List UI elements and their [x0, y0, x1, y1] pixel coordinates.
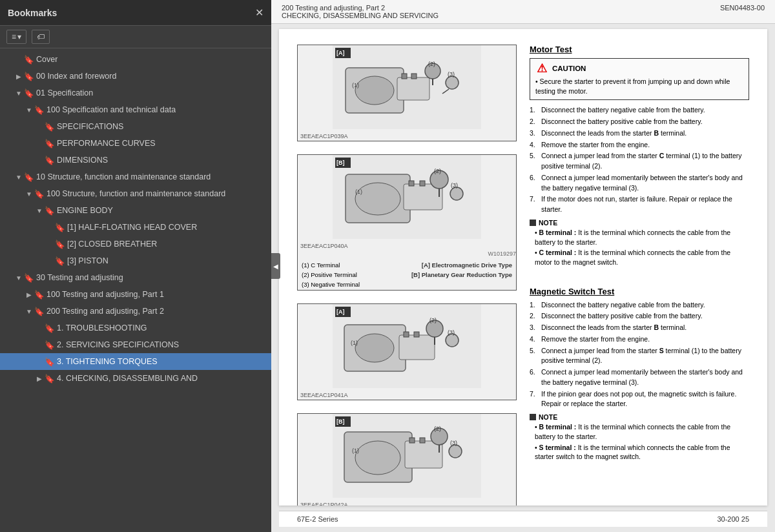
header-title-line2: CHECKING, DISASSEMBLING AND SERVICING: [282, 12, 439, 19]
list-item: 3.Disconnect the leads from the starter …: [530, 128, 749, 139]
bookmark-icon: 🔖: [25, 72, 34, 81]
sidebar-item-label: 100 Specification and technical data: [46, 105, 176, 114]
svg-text:(1): (1): [352, 447, 359, 454]
header-title-line1: 200 Testing and adjusting, Part 2: [282, 4, 439, 12]
text-column: Motor Test ⚠ CAUTION • Secure the starte…: [530, 45, 749, 506]
svg-text:(1): (1): [355, 189, 362, 195]
svg-point-7: [446, 76, 459, 89]
svg-text:(3): (3): [450, 440, 457, 446]
sidebar-item-30-testing[interactable]: ▼ 🔖 30 Testing and adjusting: [0, 269, 271, 286]
expand-icon: ▼: [25, 190, 34, 198]
sidebar-item-label: 200 Testing and adjusting, Part 2: [46, 307, 164, 316]
svg-point-33: [355, 334, 394, 362]
sidebar-item-00-index[interactable]: ▶ 🔖 00 Index and foreword: [0, 68, 271, 85]
expand-icon: ▼: [25, 107, 34, 114]
list-item: 1.Disconnect the battery negative cable …: [530, 105, 749, 116]
sidebar-item-performance[interactable]: 🔖 PERFORMANCE CURVES: [0, 135, 271, 152]
tag-button[interactable]: 🏷: [32, 30, 50, 44]
motor-test-steps: 1.Disconnect the battery negative cable …: [530, 105, 749, 215]
sidebar-item-half-floating[interactable]: 🔖 [1] HALF-FLOATING HEAD COVER: [0, 219, 271, 236]
list-item: 3.Disconnect the leads from the starter …: [530, 323, 749, 333]
sidebar-item-cover[interactable]: 🔖 Cover: [0, 51, 271, 68]
magnetic-test-steps: 1.Disconnect the battery negative cable …: [530, 300, 749, 410]
bookmark-icon: 🔖: [45, 323, 54, 333]
view-options-button[interactable]: ≡ ▾: [6, 30, 26, 44]
motor-test-title: Motor Test: [530, 45, 749, 54]
caution-text: • Secure the starter to prevent it from …: [535, 77, 743, 96]
sidebar-item-100-structure[interactable]: ▼ 🔖 100 Structure, function and maintena…: [0, 185, 271, 202]
caption-label: (3) Negative Terminal: [299, 280, 379, 289]
note-header: NOTE: [530, 413, 749, 421]
sidebar-item-tightening-torques[interactable]: 🔖 3. TIGHTENING TORQUES: [0, 353, 271, 370]
svg-text:(3): (3): [451, 182, 458, 189]
list-item: 4.Remove the starter from the engine.: [530, 334, 749, 345]
bookmark-icon: 🔖: [45, 206, 54, 216]
expand-icon: ▼: [25, 308, 34, 315]
bookmark-icon: 🔖: [45, 357, 54, 367]
expand-icon: ▶: [35, 375, 44, 382]
caption-label: (2) Positive Terminal: [299, 271, 379, 279]
bookmark-icon: 🔖: [25, 273, 34, 283]
diagram-d-id: 3EEAEAC1P042A: [298, 500, 516, 506]
sidebar-item-checking-disassembling[interactable]: ▶ 🔖 4. CHECKING, DISASSEMBLING AND: [0, 370, 271, 387]
sidebar-item-100-testing-p1[interactable]: ▶ 🔖 100 Testing and adjusting, Part 1: [0, 286, 271, 303]
sidebar-item-servicing-specs[interactable]: 🔖 2. SERVICING SPECIFICATIONS: [0, 336, 271, 353]
caption-label: (1) C Terminal: [299, 261, 379, 269]
bookmark-icon: 🔖: [56, 256, 65, 266]
sidebar-item-100-spec[interactable]: ▼ 🔖 100 Specification and technical data: [0, 101, 271, 118]
doc-footer: 67E-2 Series 30-200 25: [279, 511, 767, 527]
sidebar-item-10-structure[interactable]: ▼ 🔖 10 Structure, function and maintenan…: [0, 169, 271, 185]
bookmark-icon: 🔖: [25, 172, 34, 182]
svg-text:[B]: [B]: [336, 159, 345, 166]
diagram-A-motor: [A] (2) (3): [297, 45, 517, 141]
magnetic-note-box: NOTE • B terminal : It is the terminal w…: [530, 413, 749, 462]
sidebar-item-piston[interactable]: 🔖 [3] PISTON: [0, 252, 271, 269]
svg-text:[A]: [A]: [336, 309, 345, 315]
list-item: 5.Connect a jumper lead from the starter…: [530, 151, 749, 172]
sidebar-item-label: 30 Testing and adjusting: [36, 273, 123, 282]
header-left: 200 Testing and adjusting, Part 2 CHECKI…: [282, 4, 439, 19]
view-icon: ≡: [12, 32, 16, 41]
diagram-b-watermark: W1019297: [298, 251, 516, 257]
svg-point-47: [355, 441, 400, 475]
sidebar-item-label: 01 Specification: [36, 88, 93, 97]
sidebar-item-label: 4. CHECKING, DISASSEMBLING AND: [57, 374, 198, 383]
svg-text:(2): (2): [434, 168, 441, 174]
svg-rect-11: [411, 74, 417, 79]
svg-text:(1): (1): [352, 82, 359, 88]
bookmark-icon: 🔖: [35, 290, 44, 300]
svg-text:[A]: [A]: [336, 50, 345, 56]
sidebar-item-troubleshooting[interactable]: 🔖 1. TROUBLESHOOTING: [0, 320, 271, 336]
svg-rect-38: [404, 332, 409, 337]
svg-point-50: [449, 445, 462, 458]
close-sidebar-button[interactable]: ✕: [255, 6, 264, 19]
note-square-icon: [530, 414, 536, 420]
sidebar-item-label: PERFORMANCE CURVES: [57, 139, 156, 148]
list-item: 6.Connect a jumper lead momentarily betw…: [530, 367, 749, 388]
list-item: 6.Connect a jumper lead momentarily betw…: [530, 173, 749, 194]
sidebar-content: 🔖 Cover ▶ 🔖 00 Index and foreword ▼ 🔖 01…: [0, 48, 271, 532]
note-bullet-1: • B terminal : It is the terminal which …: [530, 228, 749, 247]
svg-point-19: [355, 183, 400, 215]
bookmark-icon: 🔖: [45, 374, 54, 384]
svg-rect-53: [420, 438, 425, 443]
note-bullet-2: • C terminal : It is the terminal which …: [530, 248, 749, 267]
sidebar-item-dimensions[interactable]: 🔖 DIMENSIONS: [0, 152, 271, 169]
doc-header: 200 Testing and adjusting, Part 2 CHECKI…: [271, 0, 775, 24]
sidebar-item-closed-breather[interactable]: 🔖 [2] CLOSED BREATHER: [0, 236, 271, 252]
bookmark-icon: 🔖: [56, 223, 65, 232]
sidebar-item-label: [1] HALF-FLOATING HEAD COVER: [67, 223, 197, 232]
svg-rect-10: [402, 74, 407, 79]
sidebar-item-label: DIMENSIONS: [57, 156, 108, 165]
sidebar-item-engine-body[interactable]: ▼ 🔖 ENGINE BODY: [0, 202, 271, 219]
sidebar-item-01-spec[interactable]: ▼ 🔖 01 Specification: [0, 85, 271, 101]
collapse-sidebar-button[interactable]: ◀: [271, 253, 280, 279]
list-item: 7.If the pinion gear does not pop out, t…: [530, 389, 749, 410]
svg-rect-25: [420, 181, 425, 186]
page-content: [A] (2) (3): [297, 45, 749, 506]
sidebar-item-specifications[interactable]: 🔖 SPECIFICATIONS: [0, 118, 271, 135]
expand-icon: ▶: [25, 291, 34, 298]
svg-rect-39: [414, 332, 419, 337]
svg-rect-5: [397, 77, 429, 100]
sidebar-item-200-testing-p2[interactable]: ▼ 🔖 200 Testing and adjusting, Part 2: [0, 303, 271, 320]
